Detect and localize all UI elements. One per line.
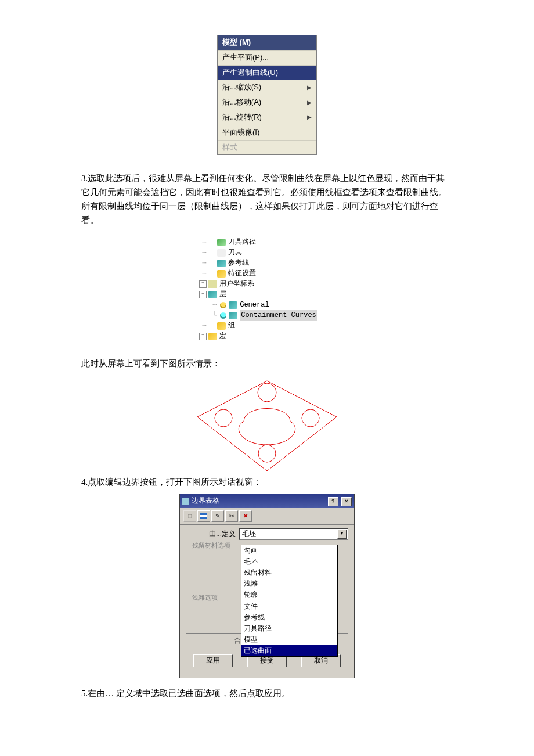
define-by-combo[interactable]: 毛坯 ▼: [239, 528, 348, 540]
expand-icon[interactable]: +: [199, 333, 207, 340]
submenu-arrow-icon: ▶: [307, 83, 312, 92]
menu-item-rotate-along[interactable]: 沿...旋转(R) ▶: [218, 110, 316, 125]
tree-node-group[interactable]: ┈组: [199, 321, 317, 331]
menu-item-mirror[interactable]: 平面镜像(I): [218, 125, 316, 140]
submenu-arrow-icon: ▶: [307, 98, 312, 107]
layer-icon: [229, 312, 237, 319]
tree-node-reference[interactable]: ┈参考线: [199, 258, 317, 268]
reference-icon: [217, 260, 226, 267]
tree-node-tool[interactable]: ┈刀具: [199, 247, 317, 258]
bulb-on-icon: [220, 312, 226, 319]
svg-point-3: [258, 445, 276, 462]
paragraph-3: 3.选取此选项后，很难从屏幕上看到任何变化。尽管限制曲线在屏幕上以红色显现，然而…: [81, 171, 453, 227]
option-file[interactable]: 文件: [241, 601, 337, 612]
paragraph-mid: 此时从屏幕上可看到下图所示情景：: [81, 357, 453, 370]
tree-node-general[interactable]: ┈General: [199, 300, 317, 310]
containment-curve-sketch: [192, 375, 342, 474]
toolbar-delete-icon[interactable]: ✕: [239, 510, 252, 522]
toolbar-edit-icon[interactable]: ✎: [211, 510, 224, 522]
submenu-arrow-icon: ▶: [307, 113, 312, 122]
close-button[interactable]: ×: [341, 497, 352, 506]
expand-icon[interactable]: +: [199, 280, 207, 288]
tree-node-feature[interactable]: ┈特征设置: [199, 268, 317, 279]
chevron-down-icon[interactable]: ▼: [337, 530, 347, 539]
menu-item-containment-curve[interactable]: 产生遏制曲线(U): [218, 65, 316, 80]
tree-node-macro[interactable]: +宏: [199, 331, 317, 341]
option-shoal[interactable]: 浅滩: [241, 578, 337, 589]
tool-icon: [217, 249, 226, 257]
dialog-titlebar: 边界表格 ? ×: [180, 494, 354, 507]
menu-title: 模型 (M): [218, 35, 316, 50]
boundary-dialog-figure: 边界表格 ? × □ ✎ ✂ ✕ 由...定义 毛坯 ▼: [81, 494, 453, 678]
tree-node-layers[interactable]: −层: [199, 289, 317, 300]
ucs-icon: [208, 280, 217, 288]
menu-item-move-along[interactable]: 沿...移动(A) ▶: [218, 95, 316, 110]
apply-button[interactable]: 应用: [193, 654, 233, 667]
option-reference[interactable]: 参考线: [241, 612, 337, 623]
menu-item-style: 样式: [218, 140, 316, 155]
toolbar-save-icon[interactable]: [197, 510, 210, 522]
model-menu-figure: 模型 (M) 产生平面(P)... 产生遏制曲线(U) 沿...缩放(S) ▶ …: [81, 35, 453, 155]
dialog-icon: [182, 498, 189, 505]
tree-node-toolpath[interactable]: ┈刀具路径: [199, 237, 317, 247]
paragraph-5: 5.在由… 定义域中选取已选曲面选项，然后点取应用。: [81, 686, 453, 700]
svg-point-1: [215, 409, 232, 427]
toolpath-icon: [217, 239, 226, 246]
option-toolpath[interactable]: 刀具路径: [241, 623, 337, 634]
option-contour[interactable]: 轮廓: [241, 589, 337, 600]
option-stock[interactable]: 毛坯: [241, 556, 337, 567]
help-button[interactable]: ?: [328, 497, 338, 506]
layer-tree: ┈刀具路径 ┈刀具 ┈参考线 ┈特征设置 +用户坐标系 −层 ┈General …: [193, 233, 341, 345]
tree-node-containment-curves[interactable]: └Containment Curves: [199, 310, 317, 321]
collapse-icon[interactable]: −: [199, 291, 207, 298]
menu-item-scale-along[interactable]: 沿...缩放(S) ▶: [218, 80, 316, 95]
bulb-off-icon: [220, 302, 226, 308]
svg-point-0: [258, 383, 276, 402]
option-sketch[interactable]: 勾画: [241, 545, 337, 556]
option-residual[interactable]: 残留材料: [241, 567, 337, 578]
option-model[interactable]: 模型: [241, 634, 337, 645]
dialog-title: 边界表格: [192, 496, 219, 505]
paragraph-4: 4.点取编辑边界按钮，打开下图所示对话视窗：: [81, 475, 453, 489]
toolbar-new-icon: □: [183, 510, 196, 522]
feature-icon: [217, 270, 226, 278]
layer-icon: [229, 301, 237, 309]
layers-icon: [208, 291, 217, 298]
toolbar-cut-icon[interactable]: ✂: [225, 510, 238, 522]
model-menu: 模型 (M) 产生平面(P)... 产生遏制曲线(U) 沿...缩放(S) ▶ …: [217, 35, 317, 155]
boundary-dialog: 边界表格 ? × □ ✎ ✂ ✕ 由...定义 毛坯 ▼: [179, 494, 355, 678]
svg-point-2: [302, 409, 319, 427]
menu-item-plane[interactable]: 产生平面(P)...: [218, 50, 316, 65]
macro-icon: [208, 333, 217, 340]
wireframe-figure: [81, 375, 453, 474]
layer-tree-figure: ┈刀具路径 ┈刀具 ┈参考线 ┈特征设置 +用户坐标系 −层 ┈General …: [81, 233, 453, 345]
group-icon: [217, 322, 226, 330]
option-selected-surface[interactable]: 已选曲面: [241, 645, 337, 656]
define-by-label: 由...定义: [209, 528, 236, 539]
dialog-toolbar: □ ✎ ✂ ✕: [180, 508, 354, 525]
tree-node-ucs[interactable]: +用户坐标系: [199, 279, 317, 289]
define-by-dropdown[interactable]: 勾画 毛坯 残留材料 浅滩 轮廓 文件 参考线 刀具路径 模型 已选曲面: [241, 545, 338, 657]
